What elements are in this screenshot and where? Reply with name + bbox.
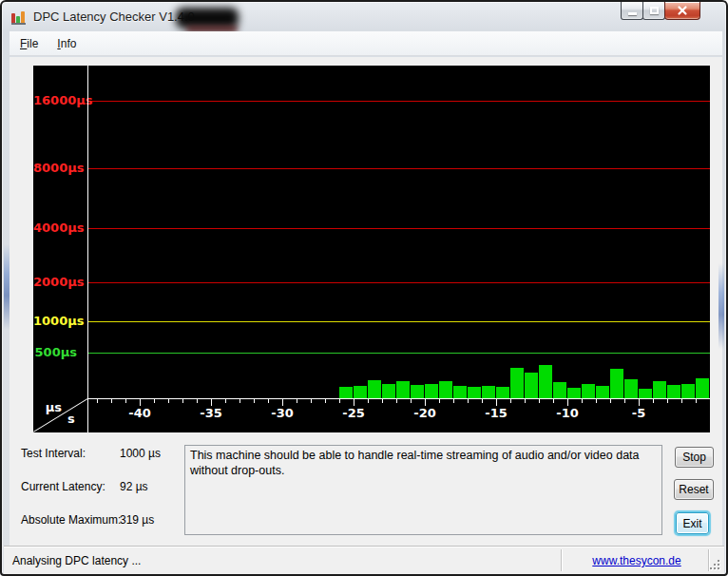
- x-tick: [639, 399, 640, 406]
- latency-bar: [368, 380, 381, 398]
- menu-info[interactable]: Info: [48, 33, 85, 54]
- x-tick: [154, 399, 155, 403]
- gridline-label-2000: 2000µs: [33, 275, 77, 290]
- x-tick: [211, 399, 212, 406]
- x-tick-label: -35: [195, 406, 227, 420]
- gridline-8000: [87, 168, 710, 169]
- latency-bar: [354, 386, 367, 398]
- x-tick-label: -30: [266, 406, 298, 420]
- x-tick: [596, 399, 597, 403]
- latency-bar: [453, 386, 467, 398]
- x-tick: [182, 399, 183, 403]
- gridline-500: [87, 353, 710, 354]
- titlebar[interactable]: DPC Latency Checker V1.4.0: [4, 4, 724, 29]
- x-tick: [254, 399, 255, 403]
- x-tick: [582, 399, 583, 403]
- gridline-label-1000: 1000µs: [33, 314, 77, 329]
- thesycon-link[interactable]: www.thesycon.de: [566, 554, 707, 567]
- gridline-label-8000: 8000µs: [33, 161, 77, 176]
- y-axis-line: [87, 66, 88, 432]
- exit-button[interactable]: Exit: [676, 512, 709, 534]
- x-tick: [168, 399, 169, 403]
- x-tick: [439, 399, 440, 403]
- x-tick: [696, 399, 697, 403]
- x-tick: [225, 399, 226, 403]
- close-icon: [677, 5, 688, 16]
- x-tick: [354, 399, 354, 406]
- latency-bar: [525, 373, 538, 398]
- redaction-smudge: [176, 8, 239, 29]
- latency-bar: [582, 384, 595, 398]
- x-tick: [282, 399, 283, 406]
- x-tick: [610, 399, 611, 403]
- gridline-2000: [87, 282, 710, 283]
- x-tick: [553, 399, 554, 403]
- latency-bar: [653, 381, 666, 398]
- latency-bar: [696, 378, 709, 398]
- statusbar: Analysing DPC latency ... www.thesycon.d…: [4, 546, 724, 574]
- x-axis-line: [87, 398, 710, 399]
- x-tick: [396, 399, 397, 403]
- latency-bar: [639, 389, 652, 398]
- x-tick: [297, 399, 297, 403]
- x-tick: [624, 399, 625, 403]
- x-tick: [667, 399, 668, 403]
- x-tick: [368, 399, 369, 403]
- gridline-4000: [87, 228, 710, 229]
- latency-bar: [468, 387, 481, 398]
- latency-chart: 16000µs8000µs4000µs2000µs1000µs500µs-40-…: [33, 66, 710, 432]
- stop-button[interactable]: Stop: [675, 447, 714, 468]
- gridline-1000: [87, 321, 710, 322]
- assessment-message: This machine should be able to handle re…: [184, 445, 662, 535]
- minimize-button[interactable]: [621, 2, 643, 20]
- x-tick: [525, 399, 526, 403]
- statusbar-separator: [561, 549, 563, 571]
- current-latency-label: Current Latency:: [21, 480, 105, 493]
- latency-bar: [510, 368, 524, 398]
- latency-bar: [425, 384, 438, 398]
- test-interval-label: Test Interval:: [21, 447, 86, 460]
- latency-bar: [411, 385, 424, 398]
- close-button[interactable]: [664, 2, 700, 20]
- x-tick: [681, 399, 682, 403]
- latency-bar: [482, 386, 495, 398]
- latency-bar: [553, 382, 566, 398]
- gridline-label-16000: 16000µs: [33, 93, 77, 108]
- x-tick: [325, 399, 326, 403]
- gridline-label-4000: 4000µs: [33, 221, 77, 236]
- latency-bar: [610, 369, 623, 398]
- x-tick: [125, 399, 126, 403]
- x-tick: [97, 399, 98, 403]
- latency-bar: [567, 388, 581, 398]
- x-tick: [567, 399, 568, 406]
- x-tick: [453, 399, 454, 403]
- x-tick: [197, 399, 198, 403]
- latency-bar: [382, 384, 395, 398]
- x-tick: [382, 399, 383, 403]
- x-tick: [539, 399, 540, 403]
- status-text: Analysing DPC latency ...: [12, 554, 141, 567]
- maximize-button[interactable]: [642, 2, 665, 20]
- x-tick: [111, 399, 112, 403]
- app-window: DPC Latency Checker V1.4.0 File Info 160…: [0, 0, 728, 576]
- x-tick-label: -25: [337, 406, 370, 420]
- latency-bar: [339, 387, 353, 398]
- window-title: DPC Latency Checker V1.4.0: [33, 10, 195, 24]
- latency-bar: [624, 379, 638, 398]
- latency-bar: [439, 381, 452, 398]
- x-tick: [468, 399, 469, 403]
- app-bar-chart-icon: [11, 10, 27, 25]
- x-tick-label: -40: [124, 406, 156, 420]
- y-unit-label: µs: [39, 400, 62, 414]
- absolute-maximum-label: Absolute Maximum:: [21, 513, 121, 527]
- menu-file[interactable]: File: [11, 33, 47, 54]
- minimize-icon: [628, 12, 637, 15]
- resize-grip-icon[interactable]: [708, 558, 719, 569]
- maximize-icon: [650, 7, 659, 14]
- x-tick: [482, 399, 483, 403]
- x-tick: [339, 399, 340, 403]
- gridline-label-500: 500µs: [33, 345, 77, 360]
- gridline-16000: [87, 101, 710, 102]
- reset-button[interactable]: Reset: [674, 479, 714, 500]
- x-tick: [496, 399, 497, 406]
